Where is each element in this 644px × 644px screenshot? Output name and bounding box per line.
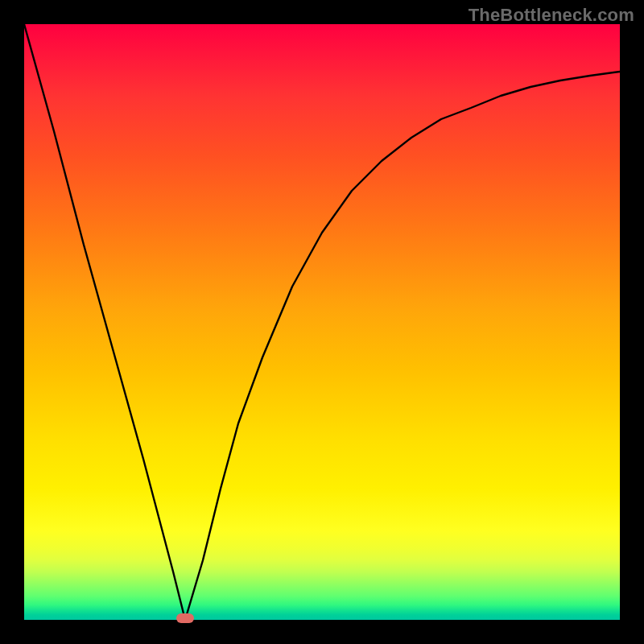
- curve-path: [24, 24, 620, 620]
- bottleneck-curve: [24, 24, 620, 620]
- minimum-marker: [176, 613, 194, 623]
- chart-frame: TheBottleneck.com: [0, 0, 644, 644]
- watermark-text: TheBottleneck.com: [469, 5, 634, 26]
- plot-area: [24, 24, 620, 620]
